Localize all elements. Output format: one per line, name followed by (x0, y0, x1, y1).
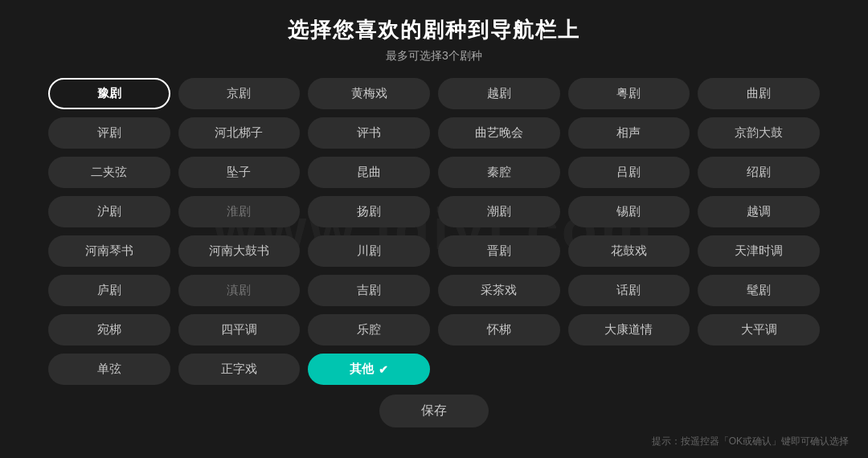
genre-chip[interactable]: 京剧 (178, 78, 301, 109)
genre-chip[interactable]: 滇剧 (178, 275, 301, 306)
genre-chip[interactable]: 川剧 (308, 235, 430, 267)
genre-chip[interactable]: 晋剧 (438, 235, 560, 267)
genre-chip[interactable]: 豫剧 (48, 78, 170, 109)
genre-chip[interactable]: 京韵大鼓 (698, 117, 820, 149)
genre-chip[interactable]: 庐剧 (48, 275, 170, 306)
save-row: 保存 (379, 395, 489, 427)
genre-chip[interactable]: 坠子 (178, 157, 301, 188)
genre-chip[interactable]: 评剧 (48, 117, 170, 149)
genre-chip[interactable]: 越剧 (438, 78, 560, 109)
genre-chip[interactable]: 正字戏 (178, 354, 301, 385)
genre-chip[interactable]: 绍剧 (698, 157, 820, 188)
hint-text: 提示：按遥控器「OK或确认」键即可确认选择 (652, 435, 849, 448)
page-subtitle: 最多可选择3个剧种 (386, 49, 482, 63)
genre-chip[interactable]: 秦腔 (438, 157, 560, 188)
genre-chip[interactable]: 评书 (308, 117, 430, 149)
genre-chip[interactable]: 黄梅戏 (308, 78, 430, 109)
main-container: 选择您喜欢的剧种到导航栏上 最多可选择3个剧种 豫剧京剧黄梅戏越剧粤剧曲剧评剧河… (0, 0, 868, 436)
genre-chip[interactable]: 扬剧 (308, 196, 430, 227)
genre-chip[interactable]: 潮剧 (438, 196, 560, 227)
genre-chip[interactable]: 越调 (698, 196, 820, 227)
genre-chip[interactable]: 其他✔ (308, 354, 430, 385)
genre-chip[interactable]: 髦剧 (698, 275, 820, 306)
genre-chip[interactable]: 话剧 (568, 275, 690, 306)
genre-chip[interactable]: 乐腔 (308, 314, 430, 346)
genre-chip[interactable]: 单弦 (48, 354, 170, 385)
genre-chip[interactable]: 淮剧 (178, 196, 301, 227)
genre-chip[interactable]: 相声 (568, 117, 690, 149)
page-title: 选择您喜欢的剧种到导航栏上 (288, 16, 580, 44)
genre-chip[interactable]: 吉剧 (308, 275, 430, 306)
genre-chip[interactable]: 天津时调 (698, 235, 820, 267)
genre-chip[interactable]: 锡剧 (568, 196, 690, 227)
genre-chip[interactable]: 四平调 (178, 314, 301, 346)
genre-chip[interactable]: 花鼓戏 (568, 235, 690, 267)
genre-chip[interactable]: 沪剧 (48, 196, 170, 227)
genre-chip[interactable]: 吕剧 (568, 157, 690, 188)
save-button[interactable]: 保存 (379, 395, 489, 427)
genre-grid: 豫剧京剧黄梅戏越剧粤剧曲剧评剧河北梆子评书曲艺晚会相声京韵大鼓二夹弦坠子昆曲秦腔… (48, 78, 820, 385)
genre-chip[interactable]: 二夹弦 (48, 157, 170, 188)
genre-chip[interactable]: 宛梆 (48, 314, 170, 346)
genre-chip[interactable]: 昆曲 (308, 157, 430, 188)
genre-chip[interactable]: 采茶戏 (438, 275, 560, 306)
genre-chip[interactable]: 粤剧 (568, 78, 690, 109)
genre-chip[interactable]: 河北梆子 (178, 117, 301, 149)
genre-chip[interactable]: 怀梆 (438, 314, 560, 346)
genre-chip[interactable]: 曲艺晚会 (438, 117, 560, 149)
genre-chip[interactable]: 大康道情 (568, 314, 690, 346)
genre-chip[interactable]: 河南琴书 (48, 235, 170, 267)
genre-chip[interactable]: 大平调 (698, 314, 820, 346)
genre-chip[interactable]: 河南大鼓书 (178, 235, 301, 267)
genre-chip[interactable]: 曲剧 (698, 78, 820, 109)
